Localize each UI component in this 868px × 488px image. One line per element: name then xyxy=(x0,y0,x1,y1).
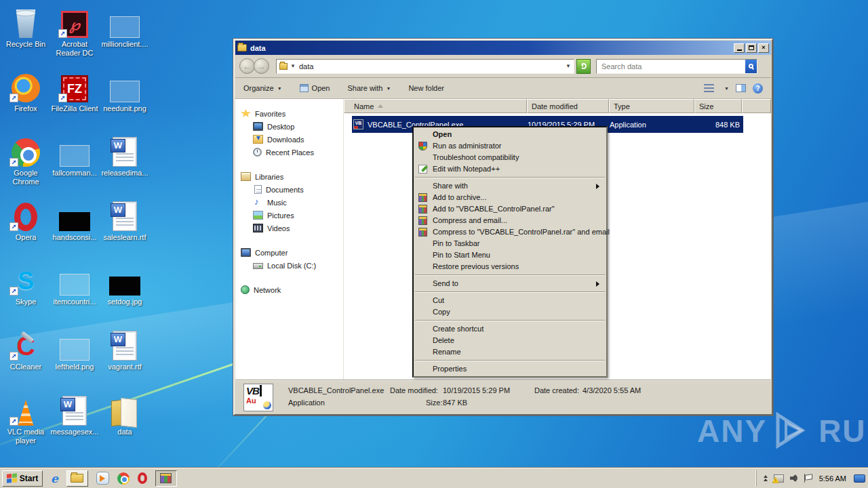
desktop-icon-needunit[interactable]: needunit.png xyxy=(100,70,149,113)
breadcrumb-path[interactable]: data xyxy=(299,62,313,70)
column-header-date-modified[interactable]: Date modified xyxy=(527,99,609,113)
document-icon xyxy=(254,185,262,194)
desktop-icon-vlc[interactable]: ➚ VLC media player xyxy=(1,393,50,445)
desktop-icon-fallcomman[interactable]: fallcomman... xyxy=(50,134,99,178)
winrar-taskbar-button[interactable] xyxy=(155,470,177,487)
menu-item-troubleshoot-compatibility[interactable]: Troubleshoot compatibility xyxy=(414,152,606,163)
menu-item-create-shortcut[interactable]: Create shortcut xyxy=(414,323,606,335)
nav-documents[interactable]: Documents xyxy=(241,183,343,196)
computer-monitor-icon xyxy=(241,248,251,257)
menu-item-open[interactable]: Open xyxy=(414,129,606,140)
desktop-icon-leftheld[interactable]: leftheld.png xyxy=(50,328,99,371)
action-center-flag-icon[interactable] xyxy=(804,474,812,483)
desktop-icon-saleslearn[interactable]: saleslearn.rtf xyxy=(100,199,149,242)
column-header-size[interactable]: Size xyxy=(694,99,742,113)
menu-item-rename[interactable]: Rename xyxy=(414,346,606,358)
desktop-icon-vagrant[interactable]: vagrant.rtf xyxy=(100,328,149,371)
menu-item-pin-to-taskbar[interactable]: Pin to Taskbar xyxy=(414,238,606,249)
menu-item-send-to[interactable]: Send to xyxy=(414,278,606,289)
nav-music[interactable]: Music xyxy=(241,196,343,209)
desktop-icon-millionclient[interactable]: millionclient.... xyxy=(100,5,149,49)
image-placeholder-icon xyxy=(110,16,140,38)
winrar-icon xyxy=(160,473,172,483)
windows-media-player-icon[interactable] xyxy=(96,472,109,485)
picture-icon xyxy=(253,211,263,220)
close-button[interactable]: × xyxy=(758,43,769,53)
menu-item-edit-with-notepadpp[interactable]: Edit with Notepad++ xyxy=(414,163,606,175)
nav-network[interactable]: Network xyxy=(241,283,343,296)
column-header-blank[interactable] xyxy=(742,99,771,113)
menu-item-compress-to-named-rar-and-email[interactable]: Compress to "VBCABLE_ControlPanel.rar" a… xyxy=(414,226,606,238)
nav-libraries[interactable]: Libraries xyxy=(241,170,343,183)
opera-icon[interactable] xyxy=(138,472,147,484)
search-box[interactable]: Search data xyxy=(596,59,757,74)
views-dropdown-icon[interactable]: ▼ xyxy=(724,86,729,91)
desktop-icon-setdog[interactable]: setdog.jpg xyxy=(100,263,149,306)
forward-button[interactable]: → xyxy=(254,58,269,74)
network-status-icon[interactable] xyxy=(774,474,784,483)
nav-local-disk-c[interactable]: Local Disk (C:) xyxy=(241,259,343,272)
minimize-button[interactable] xyxy=(734,43,745,53)
desktop-icon-firefox[interactable]: ➚ Firefox xyxy=(1,70,50,113)
menu-item-run-as-administrator[interactable]: Run as administrator xyxy=(414,140,606,152)
desktop-icon-itemcountri[interactable]: itemcountri... xyxy=(50,263,99,306)
new-folder-button[interactable]: New folder xyxy=(408,84,444,92)
nav-computer[interactable]: Computer xyxy=(241,246,343,259)
share-with-menu-button[interactable]: Share with▼ xyxy=(348,84,391,92)
menu-item-add-to-named-rar[interactable]: Add to "VBCABLE_ControlPanel.rar" xyxy=(414,203,606,215)
chrome-icon[interactable] xyxy=(117,472,130,485)
show-hidden-icons-chevron[interactable] xyxy=(764,475,768,481)
image-placeholder-icon xyxy=(60,339,90,361)
column-header-type[interactable]: Type xyxy=(609,99,694,113)
menu-item-cut[interactable]: Cut xyxy=(414,295,606,306)
organize-menu-button[interactable]: Organize▼ xyxy=(243,84,282,92)
help-icon[interactable]: ? xyxy=(753,83,763,94)
nav-videos[interactable]: Videos xyxy=(241,222,343,235)
menu-item-delete[interactable]: Delete xyxy=(414,335,606,346)
desktop-icon-chrome[interactable]: ➚ Google Chrome xyxy=(1,134,50,186)
column-header-name[interactable]: Name xyxy=(344,99,527,113)
menu-item-add-to-archive[interactable]: Add to archive... xyxy=(414,192,606,203)
desktop-icon-opera[interactable]: ➚ Opera xyxy=(1,199,50,242)
breadcrumb-chevron-icon[interactable]: ▼ xyxy=(290,63,296,69)
desktop-icon-skype[interactable]: S➚ Skype xyxy=(1,263,50,306)
change-view-icon[interactable] xyxy=(704,84,714,92)
refresh-button[interactable] xyxy=(576,59,591,74)
menu-item-compress-and-email[interactable]: Compress and email... xyxy=(414,215,606,226)
volume-icon[interactable] xyxy=(790,474,797,482)
menu-item-share-with[interactable]: Share with xyxy=(414,180,606,192)
nav-downloads[interactable]: Downloads xyxy=(241,133,343,146)
start-button[interactable]: Start xyxy=(2,470,43,487)
preview-pane-icon[interactable] xyxy=(736,84,746,92)
menu-item-copy[interactable]: Copy xyxy=(414,306,606,318)
maximize-button[interactable] xyxy=(746,43,757,53)
desktop-icon-ccleaner[interactable]: C➚ CCleaner xyxy=(1,328,50,371)
menu-item-pin-to-start-menu[interactable]: Pin to Start Menu xyxy=(414,249,606,261)
desktop-icon-messagesex[interactable]: messagesex... xyxy=(50,393,99,436)
desktop-icon-handsconsi[interactable]: handsconsi... xyxy=(50,199,99,242)
menu-item-properties[interactable]: Properties xyxy=(414,363,606,375)
nav-favorites[interactable]: Favorites xyxy=(241,107,343,120)
address-history-dropdown-icon[interactable]: ▼ xyxy=(566,63,571,69)
desktop-icon-recycle-bin[interactable]: Recycle Bin xyxy=(1,5,50,49)
address-bar[interactable]: ▼ data ▼ xyxy=(276,59,574,74)
desktop-icon-releasedima[interactable]: releasedima... xyxy=(100,134,149,178)
window-titlebar[interactable]: data × xyxy=(235,41,771,55)
nav-recent-places[interactable]: Recent Places xyxy=(241,146,343,159)
desktop-icon-acrobat[interactable]: ℘➚ Acrobat Reader DC xyxy=(50,5,99,58)
search-input[interactable]: Search data xyxy=(597,62,745,70)
back-button[interactable]: ← xyxy=(239,58,255,74)
desktop-icon-data-folder[interactable]: data xyxy=(100,393,149,436)
winrar-icon xyxy=(418,205,427,214)
open-folder-icon xyxy=(110,397,140,426)
clock[interactable]: 5:56 AM xyxy=(819,474,846,483)
search-button[interactable] xyxy=(745,60,757,73)
nav-desktop[interactable]: Desktop xyxy=(241,120,343,133)
nav-pictures[interactable]: Pictures xyxy=(241,209,343,222)
display-icon[interactable] xyxy=(854,474,865,483)
open-button[interactable]: Open xyxy=(300,84,330,92)
internet-explorer-icon[interactable]: e xyxy=(51,472,58,485)
desktop-icon-filezilla[interactable]: FZ➚ FileZilla Client xyxy=(50,70,99,113)
windows-explorer-taskbar-button[interactable] xyxy=(66,470,88,487)
menu-item-restore-previous-versions[interactable]: Restore previous versions xyxy=(414,261,606,272)
